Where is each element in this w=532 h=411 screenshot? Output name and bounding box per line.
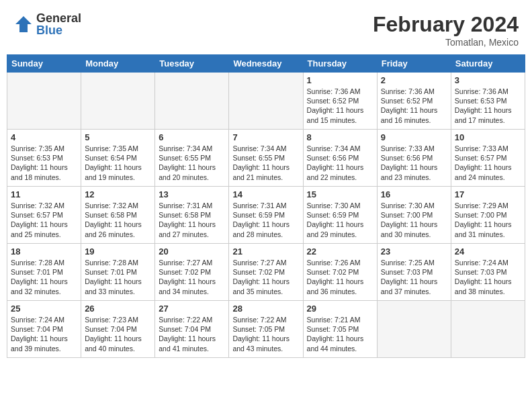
calendar-cell: 12Sunrise: 7:32 AM Sunset: 6:58 PM Dayli… xyxy=(81,187,155,244)
day-info: Sunrise: 7:28 AM Sunset: 7:01 PM Dayligh… xyxy=(85,258,151,296)
day-number: 7 xyxy=(232,132,299,142)
day-number: 2 xyxy=(381,75,447,85)
calendar-cell: 1Sunrise: 7:36 AM Sunset: 6:52 PM Daylig… xyxy=(303,73,377,130)
calendar-cell: 15Sunrise: 7:30 AM Sunset: 6:59 PM Dayli… xyxy=(303,187,377,244)
day-number: 11 xyxy=(11,189,77,199)
weekday-header-sunday: Sunday xyxy=(7,55,81,73)
calendar-cell: 26Sunrise: 7:23 AM Sunset: 7:04 PM Dayli… xyxy=(81,301,155,358)
week-row-5: 25Sunrise: 7:24 AM Sunset: 7:04 PM Dayli… xyxy=(7,301,525,358)
day-number: 8 xyxy=(307,132,373,142)
weekday-header-tuesday: Tuesday xyxy=(155,55,229,73)
weekday-header-wednesday: Wednesday xyxy=(229,55,303,73)
calendar-cell: 16Sunrise: 7:30 AM Sunset: 7:00 PM Dayli… xyxy=(377,187,451,244)
day-info: Sunrise: 7:31 AM Sunset: 6:58 PM Dayligh… xyxy=(159,201,225,239)
calendar-table: SundayMondayTuesdayWednesdayThursdayFrid… xyxy=(7,54,525,358)
month-year-title: February 2024 xyxy=(373,12,519,37)
day-info: Sunrise: 7:30 AM Sunset: 6:59 PM Dayligh… xyxy=(307,201,373,239)
calendar-cell: 6Sunrise: 7:34 AM Sunset: 6:55 PM Daylig… xyxy=(155,130,229,187)
calendar-cell: 20Sunrise: 7:27 AM Sunset: 7:02 PM Dayli… xyxy=(155,244,229,301)
calendar-cell: 14Sunrise: 7:31 AM Sunset: 6:59 PM Dayli… xyxy=(229,187,303,244)
calendar-cell: 18Sunrise: 7:28 AM Sunset: 7:01 PM Dayli… xyxy=(7,244,81,301)
day-info: Sunrise: 7:34 AM Sunset: 6:55 PM Dayligh… xyxy=(159,144,225,182)
week-row-3: 11Sunrise: 7:32 AM Sunset: 6:57 PM Dayli… xyxy=(7,187,525,244)
weekday-header-friday: Friday xyxy=(377,55,451,73)
logo: General Blue xyxy=(13,12,81,36)
day-number: 27 xyxy=(159,304,225,314)
calendar-cell: 7Sunrise: 7:34 AM Sunset: 6:55 PM Daylig… xyxy=(229,130,303,187)
day-info: Sunrise: 7:31 AM Sunset: 6:59 PM Dayligh… xyxy=(232,201,299,239)
calendar-cell: 5Sunrise: 7:35 AM Sunset: 6:54 PM Daylig… xyxy=(81,130,155,187)
calendar-cell: 9Sunrise: 7:33 AM Sunset: 6:56 PM Daylig… xyxy=(377,130,451,187)
day-info: Sunrise: 7:24 AM Sunset: 7:04 PM Dayligh… xyxy=(11,315,77,353)
day-number: 25 xyxy=(11,304,77,314)
day-number: 14 xyxy=(232,189,299,199)
calendar-cell: 3Sunrise: 7:36 AM Sunset: 6:53 PM Daylig… xyxy=(451,73,525,130)
day-info: Sunrise: 7:36 AM Sunset: 6:53 PM Dayligh… xyxy=(455,87,521,125)
day-number: 15 xyxy=(307,189,373,199)
calendar-cell: 23Sunrise: 7:25 AM Sunset: 7:03 PM Dayli… xyxy=(377,244,451,301)
weekday-header-row: SundayMondayTuesdayWednesdayThursdayFrid… xyxy=(7,55,525,73)
title-block: February 2024 Tomatlan, Mexico xyxy=(373,12,519,48)
day-number: 17 xyxy=(455,189,521,199)
calendar-cell: 2Sunrise: 7:36 AM Sunset: 6:52 PM Daylig… xyxy=(377,73,451,130)
logo-icon xyxy=(13,14,34,34)
day-info: Sunrise: 7:32 AM Sunset: 6:58 PM Dayligh… xyxy=(85,201,151,239)
day-number: 29 xyxy=(307,304,373,314)
day-info: Sunrise: 7:21 AM Sunset: 7:05 PM Dayligh… xyxy=(307,315,373,353)
calendar-cell: 29Sunrise: 7:21 AM Sunset: 7:05 PM Dayli… xyxy=(303,301,377,358)
calendar-cell: 21Sunrise: 7:27 AM Sunset: 7:02 PM Dayli… xyxy=(229,244,303,301)
calendar-cell: 24Sunrise: 7:24 AM Sunset: 7:03 PM Dayli… xyxy=(451,244,525,301)
day-number: 16 xyxy=(381,189,447,199)
calendar-cell: 4Sunrise: 7:35 AM Sunset: 6:53 PM Daylig… xyxy=(7,130,81,187)
day-number: 24 xyxy=(455,246,521,257)
day-number: 23 xyxy=(381,246,447,257)
calendar-cell: 28Sunrise: 7:22 AM Sunset: 7:05 PM Dayli… xyxy=(229,301,303,358)
logo-blue-text: Blue xyxy=(36,24,81,36)
calendar-header: SundayMondayTuesdayWednesdayThursdayFrid… xyxy=(7,55,525,73)
page-header: General Blue February 2024 Tomatlan, Mex… xyxy=(7,7,525,50)
day-info: Sunrise: 7:30 AM Sunset: 7:00 PM Dayligh… xyxy=(381,201,447,239)
day-info: Sunrise: 7:28 AM Sunset: 7:01 PM Dayligh… xyxy=(11,258,77,296)
calendar-cell: 19Sunrise: 7:28 AM Sunset: 7:01 PM Dayli… xyxy=(81,244,155,301)
calendar-cell: 13Sunrise: 7:31 AM Sunset: 6:58 PM Dayli… xyxy=(155,187,229,244)
calendar-cell xyxy=(7,73,81,130)
svg-marker-0 xyxy=(15,16,32,32)
day-info: Sunrise: 7:32 AM Sunset: 6:57 PM Dayligh… xyxy=(11,201,77,239)
day-number: 1 xyxy=(307,75,373,85)
weekday-header-monday: Monday xyxy=(81,55,155,73)
weekday-header-thursday: Thursday xyxy=(303,55,377,73)
week-row-2: 4Sunrise: 7:35 AM Sunset: 6:53 PM Daylig… xyxy=(7,130,525,187)
day-info: Sunrise: 7:25 AM Sunset: 7:03 PM Dayligh… xyxy=(381,258,447,296)
location-subtitle: Tomatlan, Mexico xyxy=(373,37,519,48)
day-number: 26 xyxy=(85,304,151,314)
calendar-cell xyxy=(377,301,451,358)
day-info: Sunrise: 7:23 AM Sunset: 7:04 PM Dayligh… xyxy=(85,315,151,353)
day-info: Sunrise: 7:27 AM Sunset: 7:02 PM Dayligh… xyxy=(232,258,299,296)
day-number: 10 xyxy=(455,132,521,142)
calendar-cell: 8Sunrise: 7:34 AM Sunset: 6:56 PM Daylig… xyxy=(303,130,377,187)
day-info: Sunrise: 7:24 AM Sunset: 7:03 PM Dayligh… xyxy=(455,258,521,296)
day-info: Sunrise: 7:34 AM Sunset: 6:56 PM Dayligh… xyxy=(307,144,373,182)
calendar-cell xyxy=(81,73,155,130)
day-info: Sunrise: 7:36 AM Sunset: 6:52 PM Dayligh… xyxy=(307,87,373,125)
calendar-cell: 11Sunrise: 7:32 AM Sunset: 6:57 PM Dayli… xyxy=(7,187,81,244)
calendar-cell: 17Sunrise: 7:29 AM Sunset: 7:00 PM Dayli… xyxy=(451,187,525,244)
week-row-4: 18Sunrise: 7:28 AM Sunset: 7:01 PM Dayli… xyxy=(7,244,525,301)
calendar-cell xyxy=(451,301,525,358)
day-number: 22 xyxy=(307,246,373,257)
day-number: 20 xyxy=(159,246,225,257)
day-number: 9 xyxy=(381,132,447,142)
day-info: Sunrise: 7:36 AM Sunset: 6:52 PM Dayligh… xyxy=(381,87,447,125)
day-number: 18 xyxy=(11,246,77,257)
calendar-cell: 27Sunrise: 7:22 AM Sunset: 7:04 PM Dayli… xyxy=(155,301,229,358)
week-row-1: 1Sunrise: 7:36 AM Sunset: 6:52 PM Daylig… xyxy=(7,73,525,130)
day-info: Sunrise: 7:34 AM Sunset: 6:55 PM Dayligh… xyxy=(232,144,299,182)
calendar-cell xyxy=(155,73,229,130)
calendar-cell: 25Sunrise: 7:24 AM Sunset: 7:04 PM Dayli… xyxy=(7,301,81,358)
day-number: 19 xyxy=(85,246,151,257)
day-number: 12 xyxy=(85,189,151,199)
day-info: Sunrise: 7:35 AM Sunset: 6:54 PM Dayligh… xyxy=(85,144,151,182)
day-number: 13 xyxy=(159,189,225,199)
day-info: Sunrise: 7:35 AM Sunset: 6:53 PM Dayligh… xyxy=(11,144,77,182)
weekday-header-saturday: Saturday xyxy=(451,55,525,73)
